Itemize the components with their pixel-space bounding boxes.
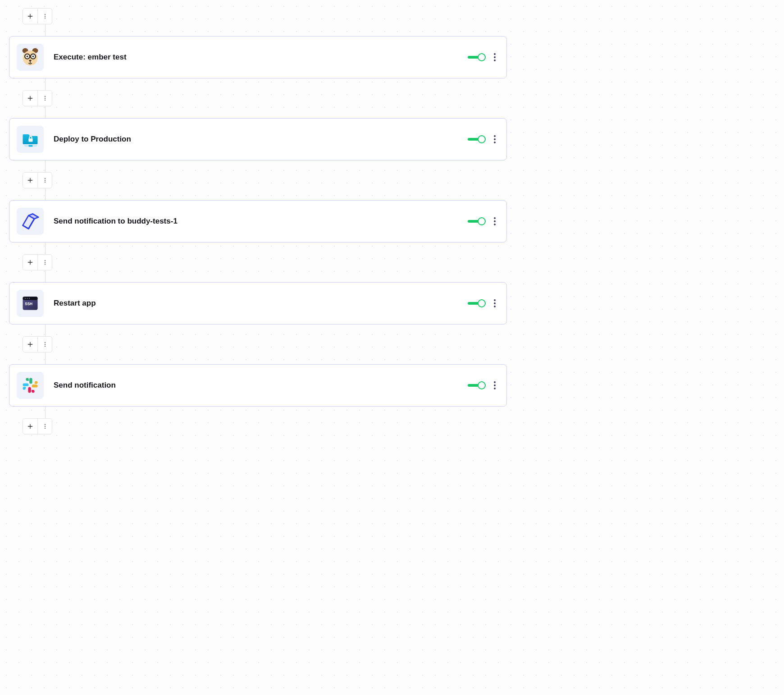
connector-button-group	[23, 172, 52, 188]
connector-row	[23, 172, 507, 188]
slack-icon	[17, 372, 44, 399]
sftp-upload-icon	[17, 126, 44, 153]
step-title: Send notification	[54, 381, 458, 390]
kebab-icon	[41, 177, 49, 184]
svg-point-32	[44, 344, 45, 345]
connector-button-group	[23, 336, 52, 352]
kebab-icon	[41, 341, 49, 348]
plus-icon	[27, 95, 34, 102]
svg-text:SSH: SSH	[25, 302, 32, 306]
step-actions	[468, 297, 497, 310]
connector-line	[45, 188, 507, 200]
connector-button-group	[23, 90, 52, 106]
connector-row	[23, 254, 507, 270]
kebab-icon	[41, 423, 49, 430]
svg-point-39	[44, 426, 45, 427]
connector-row	[23, 90, 507, 106]
svg-point-28	[27, 298, 28, 299]
step-enabled-toggle[interactable]	[468, 53, 486, 62]
connector-menu-button[interactable]	[37, 337, 52, 352]
step-card-ember-test[interactable]: Execute: ember test	[9, 36, 507, 78]
connector-row	[23, 8, 507, 24]
step-card-restart-app[interactable]: SSH Restart app	[9, 282, 507, 325]
svg-point-24	[44, 264, 45, 265]
svg-rect-35	[32, 384, 38, 387]
add-step-button[interactable]	[23, 419, 37, 434]
svg-point-13	[44, 98, 45, 99]
connector-menu-button[interactable]	[37, 91, 52, 106]
add-step-button[interactable]	[23, 337, 37, 352]
step-enabled-toggle[interactable]	[468, 381, 486, 390]
step-menu-button[interactable]	[492, 379, 497, 392]
step-menu-button[interactable]	[492, 215, 497, 228]
svg-rect-36	[28, 387, 31, 393]
step-title: Execute: ember test	[54, 53, 458, 62]
svg-point-0	[44, 14, 45, 15]
step-menu-button[interactable]	[492, 297, 497, 310]
step-actions	[468, 133, 497, 146]
add-step-button[interactable]	[23, 255, 37, 270]
svg-point-40	[44, 428, 45, 429]
plus-icon	[27, 423, 34, 430]
svg-point-14	[44, 100, 45, 101]
connector-line	[45, 24, 507, 36]
svg-rect-37	[23, 383, 29, 386]
svg-point-33	[44, 346, 45, 347]
svg-point-31	[44, 342, 45, 343]
kebab-icon	[41, 95, 49, 102]
step-enabled-toggle[interactable]	[468, 217, 486, 226]
step-actions	[468, 379, 497, 392]
connector-row	[23, 418, 507, 434]
plus-icon	[27, 341, 34, 348]
connector-menu-button[interactable]	[37, 419, 52, 434]
step-title: Restart app	[54, 299, 458, 308]
connector-line	[45, 160, 507, 172]
step-menu-button[interactable]	[492, 133, 497, 146]
connector-line	[45, 407, 507, 418]
svg-point-12	[44, 96, 45, 97]
plus-icon	[27, 177, 34, 184]
kebab-icon	[41, 259, 49, 266]
add-step-button[interactable]	[23, 9, 37, 24]
connector-button-group	[23, 8, 52, 24]
prism-notification-icon	[17, 208, 44, 235]
add-step-button[interactable]	[23, 91, 37, 106]
step-menu-button[interactable]	[492, 50, 497, 64]
svg-point-38	[44, 424, 45, 425]
connector-line	[45, 106, 507, 118]
connector-row	[23, 336, 507, 352]
connector-menu-button[interactable]	[37, 9, 52, 24]
plus-icon	[27, 13, 34, 20]
svg-point-11	[29, 60, 32, 62]
connector-button-group	[23, 254, 52, 270]
svg-point-1	[44, 16, 45, 17]
step-enabled-toggle[interactable]	[468, 135, 486, 144]
connector-menu-button[interactable]	[37, 255, 52, 270]
pipeline: Execute: ember test	[9, 8, 507, 434]
svg-point-27	[25, 298, 26, 299]
svg-point-19	[44, 178, 45, 179]
ssh-terminal-icon: SSH	[17, 290, 44, 317]
svg-point-10	[32, 55, 34, 57]
add-step-button[interactable]	[23, 173, 37, 188]
connector-line	[45, 352, 507, 364]
connector-line	[45, 325, 507, 336]
connector-menu-button[interactable]	[37, 173, 52, 188]
step-enabled-toggle[interactable]	[468, 299, 486, 308]
connector-line	[45, 78, 507, 90]
svg-point-21	[44, 182, 45, 183]
svg-rect-34	[29, 378, 32, 384]
connector-button-group	[23, 418, 52, 434]
step-title: Deploy to Production	[54, 135, 458, 144]
step-actions	[468, 50, 497, 64]
svg-point-23	[44, 262, 45, 263]
step-card-notify-channel[interactable]: Send notification to buddy-tests-1	[9, 200, 507, 242]
svg-point-2	[44, 18, 45, 18]
step-card-deploy-prod[interactable]: Deploy to Production	[9, 118, 507, 160]
step-actions	[468, 215, 497, 228]
step-card-slack-notify[interactable]: Send notification	[9, 364, 507, 407]
svg-point-22	[44, 260, 45, 261]
svg-rect-15	[28, 138, 32, 142]
svg-point-20	[44, 180, 45, 181]
kebab-icon	[41, 13, 49, 20]
